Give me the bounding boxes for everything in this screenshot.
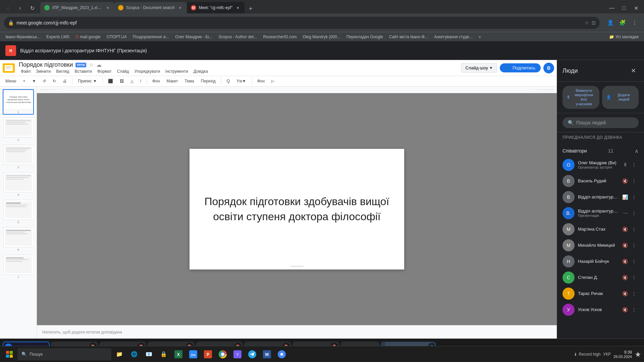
tab-close-scopus[interactable]: ✕ (177, 5, 183, 10)
bookmark-translate[interactable]: Перекладач Google (344, 33, 386, 41)
bookmark-icon[interactable]: ⊡ (592, 20, 596, 25)
taskbar-app-explorer[interactable]: 📁 (113, 348, 126, 361)
slides-star-icon[interactable]: ☆ (89, 62, 94, 68)
maximize-btn[interactable]: □ (619, 3, 629, 13)
taskbar-app-email[interactable]: 📧 (142, 348, 156, 361)
minimize-btn[interactable]: — (606, 3, 617, 13)
bookmark-city-site[interactable]: Сайт міста Івано-Ф... (386, 33, 431, 41)
participant-more-maryana[interactable]: ⋮ (629, 225, 639, 234)
tab-scopus[interactable]: Scopus - Document search ✕ (114, 2, 187, 13)
slide-thumb-1[interactable]: Порядок підготовки здобувачів вищої осві… (3, 89, 34, 115)
participant-more-mykhailo[interactable]: ⋮ (629, 241, 639, 250)
slides-document-title[interactable]: Порядок підготовки (19, 61, 73, 68)
bookmark-oleg-mandryk[interactable]: Oleg Mandryk (000... (300, 33, 343, 41)
menu-edit[interactable]: Змінити (34, 68, 53, 74)
taskbar-app-chrome[interactable] (216, 348, 229, 361)
address-bar[interactable]: 🔒 meet.google.com/cjj-mtfc-epf ☆ ⊡ (4, 17, 600, 29)
toolbar-shapes[interactable]: △ (128, 77, 136, 85)
taskbar-app-telegram[interactable] (246, 348, 259, 361)
toolbar-expand[interactable]: ▷ (269, 77, 277, 85)
account-icon[interactable]: 👤 (605, 17, 616, 28)
participant-more-stepan[interactable]: ⋮ (629, 273, 639, 282)
slide-thumb-3[interactable]: 3 (3, 144, 34, 170)
cohosts-chevron-icon[interactable]: ∧ (635, 148, 639, 154)
tab-meet[interactable]: M Meet: "cjj-mtfc-epf" ✕ (187, 2, 245, 13)
bookmark-experts-lms[interactable]: Experts LMS (44, 33, 72, 41)
toolbar-menu[interactable]: Меню (3, 77, 19, 85)
menu-format[interactable]: Формат (95, 68, 114, 74)
slideshow-btn[interactable]: Слайд-шоу ▼ (461, 63, 497, 73)
taskbar-notification-btn[interactable] (635, 351, 641, 358)
participant-more-viddil1[interactable]: ⋮ (629, 192, 639, 202)
participant-more-viddil2[interactable]: ⋮ (629, 208, 639, 218)
mute-all-btn[interactable]: 🎙 Вимкнути мікрофони всіх учасників (562, 86, 599, 109)
bookmark-congratulations[interactable]: Поздоровлення зі... (130, 33, 172, 41)
toolbar-print[interactable]: 🖨 (60, 77, 69, 85)
toolbar-layout[interactable]: Макет (164, 77, 181, 85)
toolbar-redo[interactable]: ↻ (50, 77, 59, 85)
taskbar-app-zoom[interactable]: Zm (186, 348, 200, 361)
menu-slide[interactable]: Слайд (115, 68, 131, 74)
toolbar-undo[interactable]: ↺ (40, 77, 49, 85)
star-icon[interactable]: ☆ (585, 20, 589, 25)
user-avatar[interactable]: B (543, 63, 554, 73)
taskbar-app-chrome2[interactable] (275, 348, 288, 361)
slides-filmstrip[interactable]: Порядок підготовки здобувачів вищої осві… (0, 86, 37, 339)
slide-thumb-2[interactable]: 2 (3, 117, 34, 142)
toolbar-background[interactable]: Фон (150, 77, 162, 85)
slide-thumb-4[interactable]: 4 (3, 172, 34, 197)
slide-thumb-6[interactable]: 6 (3, 227, 34, 252)
toolbar-font[interactable]: Q (224, 77, 232, 85)
toolbar-zoom-in[interactable]: + (20, 77, 28, 85)
slide-thumb-5[interactable]: 5 (3, 199, 34, 225)
taskbar-start-btn[interactable] (3, 348, 16, 361)
toolbar-zoom-dropdown[interactable]: ▼ (29, 77, 39, 85)
taskbar-app-edge[interactable]: 🌐 (127, 348, 141, 361)
toolbar-text-box[interactable]: ⬛ (105, 77, 116, 85)
taskbar-app-powerpoint[interactable]: P (201, 348, 215, 361)
bookmark-gmail[interactable]: Gmail.google (73, 33, 103, 41)
browser-reload-btn[interactable]: ↻ (27, 3, 38, 13)
participant-more-vasyl[interactable]: ⋮ (629, 176, 639, 186)
toolbar-lines[interactable]: / (138, 77, 144, 85)
tab-close-spreadsheet[interactable]: ✕ (106, 5, 110, 10)
toolbar-font-size[interactable]: Yw▼ (234, 77, 249, 85)
participant-more-nazariy[interactable]: ⋮ (629, 257, 639, 266)
taskbar-search-bar[interactable]: 🔍 Пошук (17, 348, 111, 360)
taskbar-app-security[interactable]: 🔒 (157, 348, 170, 361)
taskbar-app-excel[interactable]: X (172, 348, 185, 361)
people-close-btn[interactable]: ✕ (628, 65, 639, 76)
participant-more-uskov[interactable]: ⋮ (629, 305, 639, 314)
tab-close-meet[interactable]: ✕ (235, 5, 240, 10)
cohosts-header[interactable]: Співавтори 11 ∧ (557, 145, 644, 157)
menu-file[interactable]: Файл (19, 68, 33, 74)
toolbar-theme[interactable]: Тема (182, 77, 197, 85)
bookmark-ivano-frankivsk[interactable]: Івано-Франківськ... (3, 33, 43, 41)
toolbar-transition[interactable]: Перехід (198, 77, 218, 85)
taskbar-app-viber[interactable]: V (231, 348, 244, 361)
share-btn[interactable]: 👤 Поділитись (500, 63, 541, 72)
extensions-icon[interactable]: 🧩 (617, 17, 628, 28)
bookmark-survey[interactable]: Анкетування студе... (431, 33, 475, 41)
bookmark-sport[interactable]: СПОРТ.UA (104, 33, 129, 41)
slide-canvas[interactable]: Порядок підготовки здобувачів вищої осві… (190, 149, 404, 269)
bookmark-folder[interactable]: 📁 Усі закладки (606, 33, 641, 41)
menu-help[interactable]: Довідка (192, 68, 210, 74)
browser-forward-btn[interactable]: › (15, 3, 25, 13)
menu-arrange[interactable]: Упорядкувати (132, 68, 162, 74)
participant-more-taras[interactable]: ⋮ (629, 289, 639, 298)
toolbar-cursor[interactable]: Припис ▼ (75, 77, 99, 85)
add-people-btn[interactable]: 👤 Додати людей (602, 86, 639, 109)
taskbar-app-word[interactable]: W (260, 348, 274, 361)
menu-view[interactable]: Вигляд (54, 68, 71, 74)
bookmark-researcherid[interactable]: ResearcherID.com (261, 33, 300, 41)
participant-more-oleg[interactable]: ⋮ (629, 160, 639, 170)
tab-spreadsheet[interactable]: ІПР_Мандрик_2023_1.xlsx - Go... ✕ (40, 2, 114, 13)
people-search-input[interactable]: 🔍 Пошук людей (562, 117, 639, 128)
browser-back-btn[interactable]: ‹ (3, 3, 13, 13)
toolbar-color-fill[interactable]: Фон (255, 77, 267, 85)
slide-speaker-notes[interactable]: Натисніть, щоб додати нотатки доповідача (37, 325, 557, 339)
taskbar-lang[interactable]: УКР (603, 352, 611, 357)
browser-menu-btn[interactable]: ⋮ (629, 17, 640, 28)
toolbar-image[interactable]: 🖼 (117, 77, 126, 85)
